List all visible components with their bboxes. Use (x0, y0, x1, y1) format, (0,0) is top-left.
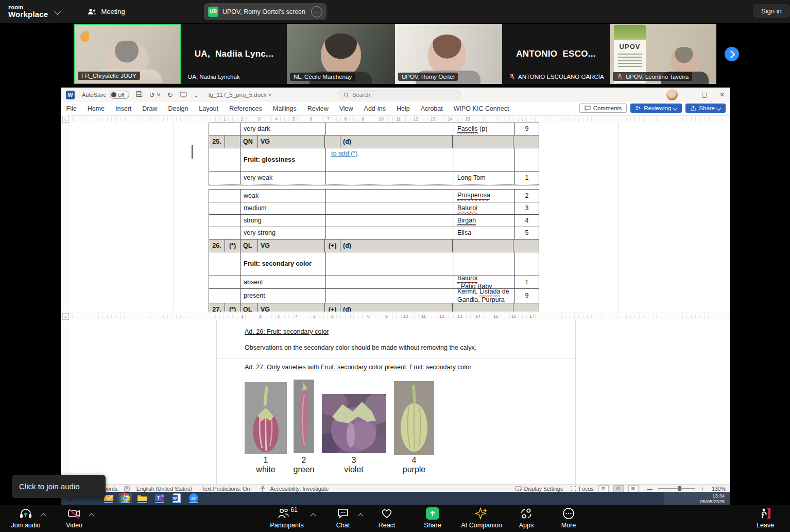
taskbar-icon-teams[interactable]: T (153, 493, 166, 503)
sign-in-button[interactable]: Sign in (753, 4, 790, 18)
ai-companion-button[interactable]: AI Companion (461, 507, 502, 529)
ribbon-tab-home[interactable]: Home (82, 105, 110, 112)
ribbon-tab-layout[interactable]: Layout (194, 105, 224, 112)
taskbar-icon-word[interactable]: W (170, 493, 183, 503)
display-settings-icon (515, 486, 522, 491)
search-input[interactable]: Search (338, 90, 461, 99)
participant-name-label: ANTONIO ESCOLANO GARCÍA (505, 72, 608, 81)
document-pane-bottom[interactable]: Ad. 26: Fruit: secondary color Observati… (61, 320, 730, 484)
document-filename[interactable]: tg_117_5_proj_5.docx ˅ (209, 92, 272, 98)
ribbon-tab-review[interactable]: Review (302, 105, 334, 112)
ribbon-tab-add-ins[interactable]: Add-ins (358, 105, 391, 112)
figure-state-label: white (256, 465, 275, 474)
comments-button[interactable]: Comments (579, 104, 627, 113)
zoom-slider-handle[interactable] (678, 486, 681, 491)
ai-companion-label: AI Companion (461, 522, 502, 529)
autosave-toggle[interactable]: Off (110, 91, 129, 99)
join-audio-button[interactable]: Join audio (5, 507, 46, 529)
running-indicator (121, 502, 130, 503)
ribbon-tab-insert[interactable]: Insert (110, 105, 137, 112)
ribbon-tab-design[interactable]: Design (163, 105, 194, 112)
ribbon-tab-draw[interactable]: Draw (137, 105, 163, 112)
tab-meeting[interactable]: Meeting (82, 0, 130, 23)
chevron-down-icon[interactable] (55, 8, 61, 15)
touch-mode-icon[interactable] (180, 91, 187, 99)
account-avatar[interactable] (666, 89, 678, 100)
more-button[interactable]: More (548, 507, 589, 529)
participant-name-label: UPOV, Leontino Taveira (613, 72, 692, 81)
figure-state-label: purple (403, 465, 425, 474)
participant-tile[interactable]: UA, Nadiia Lync...UA, Nadiia Lynchak (181, 24, 287, 84)
ribbon-tab-file[interactable]: File (61, 105, 82, 112)
maximize-button[interactable]: ▢ (701, 91, 707, 98)
participant-tile[interactable]: UPOV, Romy Oertel (395, 24, 502, 84)
ribbon-tab-acrobat[interactable]: Acrobat (415, 105, 448, 112)
leave-button[interactable]: Leave (745, 507, 786, 529)
share-button[interactable]: Share (412, 507, 453, 529)
close-button[interactable]: ✕ (719, 91, 725, 98)
participant-name: UPOV, Leontino Taveira (626, 74, 689, 80)
taskbar-icon-chrome[interactable] (118, 493, 132, 503)
variety-name: Elisa (457, 229, 471, 237)
participant-tile[interactable]: FR_Chrystelle JOUY (74, 24, 181, 84)
reviewing-button[interactable]: Reviewing (630, 104, 682, 113)
more-label: More (561, 522, 576, 529)
participants-caret-icon[interactable] (310, 513, 316, 519)
ruler-number: 15 (464, 116, 471, 122)
chat-button[interactable]: Chat (322, 507, 364, 529)
taskbar-icon-file-explorer[interactable] (135, 493, 149, 503)
participants-button[interactable]: 61Participants (266, 507, 307, 529)
print-layout-view-button[interactable]: ▤ (613, 485, 624, 492)
minimize-button[interactable]: — (683, 91, 689, 98)
save-icon[interactable] (136, 91, 143, 99)
ribbon-tab-mailings[interactable]: Mailings (267, 105, 302, 112)
next-participants-button[interactable] (725, 47, 739, 61)
participant-tile[interactable]: ANTONIO ESCO...ANTONIO ESCOLANO GARCÍA (502, 24, 610, 84)
react-button[interactable]: React (366, 507, 407, 529)
ribbon-tab-help[interactable]: Help (391, 105, 415, 112)
read-mode-view-button[interactable]: ▥ (598, 485, 609, 492)
proofing-icon[interactable] (124, 486, 130, 492)
ruler-number: 11 (420, 314, 427, 319)
ribbon-tab-view[interactable]: View (334, 105, 358, 112)
tab-stop-selector[interactable]: L (62, 313, 69, 320)
to-add-link[interactable]: to add (*) (331, 150, 357, 158)
taskbar-icon-zoom[interactable]: zm (187, 493, 200, 503)
web-layout-view-button[interactable]: ▦ (628, 485, 639, 492)
display-settings-button[interactable]: Display Settings (524, 486, 563, 492)
participant-tile[interactable]: UPOVUPOV, Leontino Taveira (610, 24, 716, 84)
document-pane-top[interactable]: very darkFaselis (p)925.QNVG(d)Fruit: gl… (61, 123, 730, 312)
ribbon-tab-wipo-kic-connect[interactable]: WIPO KIC Connect (448, 105, 514, 112)
banner-image (614, 25, 646, 40)
participant-tile[interactable]: NL, Cécile Marchenay (287, 24, 395, 84)
page-edge (174, 123, 174, 312)
figure-state-label: violet (344, 465, 363, 474)
accessibility-status[interactable]: Accessibility: Investigate (270, 486, 329, 492)
tab-stop-selector[interactable]: L (62, 116, 69, 123)
horizontal-ruler-bottom[interactable]: 1234567891011121314151617 (68, 313, 730, 321)
zoom-in-button[interactable]: + (701, 486, 704, 492)
taskbar-clock[interactable]: 13:34 05/05/2025 (664, 492, 730, 505)
undo-icon[interactable]: ↺ ˅ (149, 91, 161, 99)
redo-icon[interactable]: ↻ (167, 91, 173, 99)
ribbon-tab-references[interactable]: References (224, 105, 267, 112)
comment-icon (585, 106, 591, 111)
participants-label: Participants (270, 522, 303, 529)
video-button[interactable]: Video (54, 507, 95, 529)
ruler-number: 10 (378, 116, 385, 122)
focus-button[interactable]: Focus (579, 486, 594, 492)
apps-button[interactable]: Apps (506, 507, 547, 529)
zoom-slider[interactable] (658, 488, 695, 489)
share-button[interactable]: Share (685, 104, 726, 113)
zoom-out-button[interactable]: — (647, 486, 653, 492)
language-status[interactable]: English (United States) (136, 486, 192, 492)
active-share-pill[interactable]: UR UPOV, Romy Oertel's screen ··· (204, 3, 327, 20)
page-break-line (216, 358, 575, 358)
ruler-number: 3 (257, 116, 262, 122)
quick-access-caret-icon[interactable]: ⌄ (194, 91, 199, 99)
eggplant-photo-green (294, 380, 314, 455)
share-options-icon[interactable]: ··· (311, 6, 322, 18)
zoom-level[interactable]: 130% (712, 486, 726, 492)
text-predictions-status[interactable]: Text Predictions: On (201, 486, 250, 492)
d-cell: (d) (340, 135, 453, 148)
